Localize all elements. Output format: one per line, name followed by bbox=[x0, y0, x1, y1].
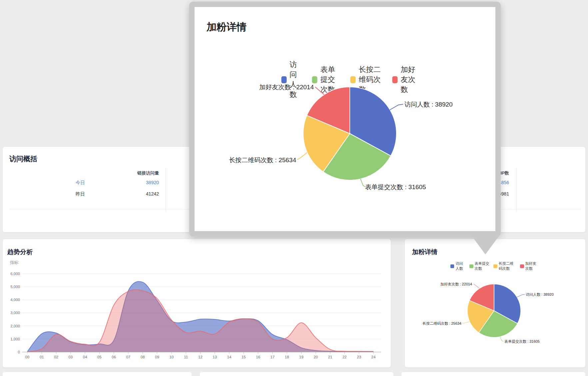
svg-text:22: 22 bbox=[342, 355, 347, 359]
trend-title: 趋势分析 bbox=[7, 248, 33, 256]
pie-label-line bbox=[360, 179, 365, 187]
svg-text:1,000: 1,000 bbox=[10, 337, 20, 341]
pie-callout-访问人数: 访问人数 : 38920 bbox=[526, 292, 554, 297]
svg-text:06: 06 bbox=[112, 355, 116, 359]
svg-text:3,000: 3,000 bbox=[10, 311, 20, 315]
svg-text:20: 20 bbox=[313, 355, 318, 359]
pie-label-line bbox=[297, 153, 307, 160]
column-divider bbox=[166, 168, 166, 211]
pie-label-line bbox=[462, 322, 470, 323]
pie-callout-加好友次数: 加好友次数 : 22014 bbox=[440, 282, 472, 287]
pie-callout-加好友次数: 加好友次数 : 22014 bbox=[259, 83, 314, 92]
svg-text:05: 05 bbox=[97, 355, 102, 359]
pie-callout-表单提交次数: 表单提交次数 : 31605 bbox=[504, 339, 540, 344]
pie-label-line bbox=[315, 87, 324, 95]
link-visits-value: 41242 bbox=[126, 191, 159, 196]
dashboard-page: 访问概括 链接访问量 IP数 今日3892034856昨日4124236981 … bbox=[0, 0, 588, 376]
svg-text:04: 04 bbox=[83, 355, 87, 359]
pie-label-line bbox=[474, 284, 479, 288]
pie-label-line bbox=[390, 104, 403, 110]
svg-text:19: 19 bbox=[299, 355, 303, 359]
svg-text:21: 21 bbox=[328, 355, 332, 359]
svg-text:00: 00 bbox=[25, 355, 30, 359]
svg-text:09: 09 bbox=[155, 355, 159, 359]
row-label-昨日[interactable]: 昨日 bbox=[64, 191, 97, 197]
svg-text:02: 02 bbox=[54, 355, 58, 359]
row-label-今日[interactable]: 今日 bbox=[64, 180, 97, 186]
svg-text:4,000: 4,000 bbox=[10, 298, 20, 302]
pie-label-line bbox=[500, 337, 503, 341]
column-divider bbox=[516, 168, 517, 211]
x-axis: 0001020304050607080910111213141516171819… bbox=[22, 352, 381, 359]
pie-callout-访问人数: 访问人数 : 38920 bbox=[404, 100, 453, 109]
svg-text:08: 08 bbox=[141, 355, 145, 359]
pie-label-line bbox=[517, 294, 525, 297]
bottom-card-stub bbox=[401, 372, 585, 376]
svg-text:10: 10 bbox=[170, 355, 174, 359]
svg-text:2,000: 2,000 bbox=[10, 324, 20, 328]
trend-panel: 趋势分析 指标: 01,0002,0003,0004,0005,0006,000… bbox=[3, 239, 391, 367]
column-header-link-visits: 链接访问量 bbox=[126, 170, 159, 176]
svg-text:15: 15 bbox=[242, 355, 246, 359]
fans-pie-chart[interactable] bbox=[405, 239, 585, 367]
trend-indicator-label: 指标: bbox=[10, 260, 19, 265]
svg-text:6,000: 6,000 bbox=[10, 272, 20, 276]
svg-text:07: 07 bbox=[126, 355, 131, 359]
fans-panel: 加粉详情 访问人数表单提交次数长按二维码次数加好友次数 加好友次数 : 2201… bbox=[405, 239, 585, 367]
pie-callout-长按二维码次数: 长按二维码次数 : 25634 bbox=[422, 321, 461, 326]
svg-text:18: 18 bbox=[285, 355, 289, 359]
svg-text:16: 16 bbox=[256, 355, 260, 359]
svg-text:12: 12 bbox=[198, 355, 203, 359]
popup-pie-chart[interactable] bbox=[195, 7, 495, 231]
svg-text:5,000: 5,000 bbox=[10, 285, 20, 289]
magnifier-popup: 加粉详情 访问人数表单提交次数长按二维码次数加好友次数 加好友次数 : 2201… bbox=[189, 2, 501, 236]
trend-area-chart[interactable]: 01,0002,0003,0004,0005,0006,000000102030… bbox=[5, 266, 388, 366]
svg-text:24: 24 bbox=[371, 355, 376, 359]
svg-text:14: 14 bbox=[227, 355, 232, 359]
svg-text:0: 0 bbox=[18, 350, 20, 354]
svg-text:11: 11 bbox=[184, 355, 188, 359]
bottom-card-stub bbox=[200, 372, 393, 376]
link-visits-value: 38920 bbox=[126, 180, 159, 185]
overview-title: 访问概括 bbox=[9, 154, 37, 164]
svg-text:17: 17 bbox=[271, 355, 275, 359]
svg-text:03: 03 bbox=[68, 355, 73, 359]
svg-text:01: 01 bbox=[40, 355, 44, 359]
pie-callout-表单提交次数: 表单提交次数 : 31605 bbox=[365, 183, 426, 191]
svg-text:13: 13 bbox=[213, 355, 217, 359]
bottom-card-stub bbox=[3, 372, 192, 376]
y-axis-labels: 01,0002,0003,0004,0005,0006,000 bbox=[10, 272, 20, 354]
pie-callout-长按二维码次数: 长按二维码次数 : 25634 bbox=[229, 156, 296, 165]
popup-pointer-tail bbox=[471, 234, 500, 254]
svg-text:23: 23 bbox=[357, 355, 361, 359]
